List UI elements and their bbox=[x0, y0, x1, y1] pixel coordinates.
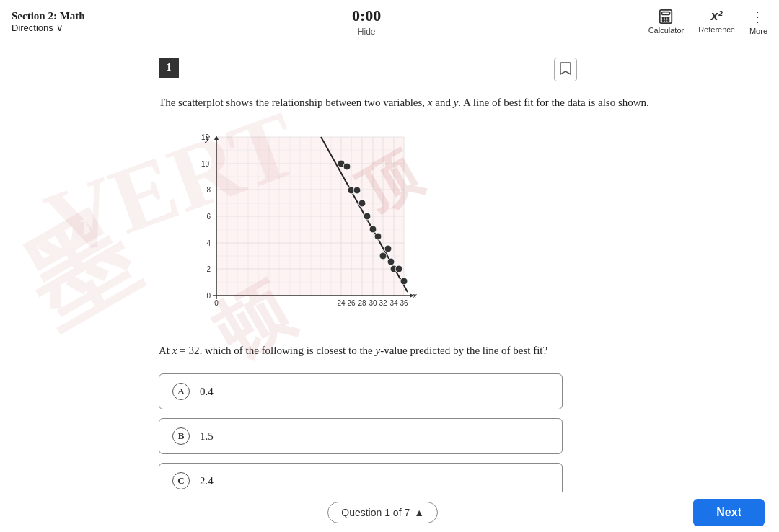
question-nav-triangle: ▲ bbox=[414, 507, 424, 518]
svg-point-69 bbox=[369, 226, 377, 233]
footer: Question 1 of 7 ▲ Next bbox=[0, 492, 779, 532]
scatterplot-graph: y x 0 2 4 6 8 10 12 0 24 26 28 bbox=[188, 130, 418, 324]
question-navigator-button[interactable]: Question 1 of 7 ▲ bbox=[327, 502, 438, 523]
calculator-button[interactable]: Calculator bbox=[648, 9, 685, 35]
header: Section 2: Math Directions ∨ 0:00 Hide C… bbox=[0, 0, 779, 43]
hide-button[interactable]: Hide bbox=[358, 27, 376, 37]
svg-point-67 bbox=[358, 200, 366, 207]
directions-label: Directions bbox=[12, 22, 53, 33]
svg-point-64 bbox=[343, 163, 351, 170]
svg-point-66 bbox=[353, 187, 361, 194]
svg-text:32: 32 bbox=[379, 299, 387, 307]
directions-button[interactable]: Directions ∨ bbox=[12, 22, 85, 33]
svg-text:6: 6 bbox=[206, 213, 211, 221]
header-left: Section 2: Math Directions ∨ bbox=[12, 10, 85, 33]
timer-display: 0:00 bbox=[352, 6, 381, 25]
svg-text:0: 0 bbox=[206, 292, 211, 300]
question-text: The scatterplot shows the relationship b… bbox=[159, 94, 757, 111]
svg-point-4 bbox=[668, 17, 669, 18]
choice-b[interactable]: B 1.5 bbox=[159, 418, 563, 454]
more-label: More bbox=[749, 27, 767, 35]
svg-text:8: 8 bbox=[206, 186, 211, 194]
question-number-badge: 1 bbox=[159, 58, 179, 78]
header-right: Calculator x² Reference ⋮ More bbox=[648, 8, 767, 35]
graph-container: y x 0 2 4 6 8 10 12 0 24 26 28 bbox=[188, 130, 418, 327]
svg-text:x: x bbox=[412, 290, 417, 301]
svg-point-5 bbox=[663, 19, 664, 21]
svg-point-73 bbox=[387, 258, 395, 265]
svg-text:4: 4 bbox=[206, 239, 211, 247]
svg-text:28: 28 bbox=[358, 299, 366, 307]
more-button[interactable]: ⋮ More bbox=[749, 8, 767, 35]
bookmark-icon bbox=[559, 61, 572, 76]
svg-point-72 bbox=[384, 245, 392, 252]
svg-point-6 bbox=[665, 19, 666, 21]
svg-point-68 bbox=[364, 213, 371, 220]
svg-point-70 bbox=[374, 233, 382, 240]
choice-a-letter: A bbox=[172, 383, 190, 400]
reference-label: Reference bbox=[698, 25, 735, 34]
reference-button[interactable]: x² Reference bbox=[698, 9, 735, 34]
main-content: 1 The scatterplot shows the relationship… bbox=[0, 43, 779, 492]
section-title: Section 2: Math bbox=[12, 10, 85, 22]
question-prompt: At x = 32, which of the following is clo… bbox=[159, 342, 757, 359]
svg-text:10: 10 bbox=[201, 160, 210, 168]
reference-icon: x² bbox=[711, 9, 723, 24]
choice-c-value: 2.4 bbox=[200, 475, 214, 487]
svg-text:30: 30 bbox=[369, 299, 377, 307]
svg-point-3 bbox=[665, 17, 666, 18]
svg-point-75 bbox=[395, 265, 402, 272]
svg-point-71 bbox=[379, 252, 387, 260]
svg-text:26: 26 bbox=[347, 299, 356, 307]
bookmark-button[interactable] bbox=[554, 58, 577, 81]
svg-text:2: 2 bbox=[206, 265, 211, 273]
choice-a[interactable]: A 0.4 bbox=[159, 373, 563, 409]
choice-c-letter: C bbox=[172, 472, 190, 489]
choice-b-value: 1.5 bbox=[200, 430, 214, 443]
next-button[interactable]: Next bbox=[693, 499, 765, 526]
svg-rect-1 bbox=[662, 12, 670, 14]
chevron-down-icon: ∨ bbox=[56, 22, 63, 33]
svg-text:36: 36 bbox=[400, 299, 408, 307]
svg-text:0: 0 bbox=[214, 299, 219, 307]
question-nav-label: Question 1 of 7 bbox=[341, 507, 410, 518]
more-icon: ⋮ bbox=[750, 8, 766, 25]
svg-text:12: 12 bbox=[201, 133, 210, 141]
answer-choices: A 0.4 B 1.5 C 2.4 bbox=[159, 373, 563, 492]
choice-a-value: 0.4 bbox=[200, 386, 214, 398]
svg-point-7 bbox=[668, 19, 669, 21]
question-panel: 1 The scatterplot shows the relationship… bbox=[0, 43, 779, 492]
calculator-icon bbox=[658, 9, 674, 25]
choice-c[interactable]: C 2.4 bbox=[159, 463, 563, 492]
svg-text:34: 34 bbox=[390, 299, 398, 307]
choice-b-letter: B bbox=[172, 427, 190, 445]
svg-point-2 bbox=[663, 17, 664, 18]
calculator-label: Calculator bbox=[648, 26, 685, 35]
svg-point-76 bbox=[400, 278, 408, 285]
svg-text:24: 24 bbox=[337, 299, 346, 307]
header-center: 0:00 Hide bbox=[352, 6, 381, 37]
